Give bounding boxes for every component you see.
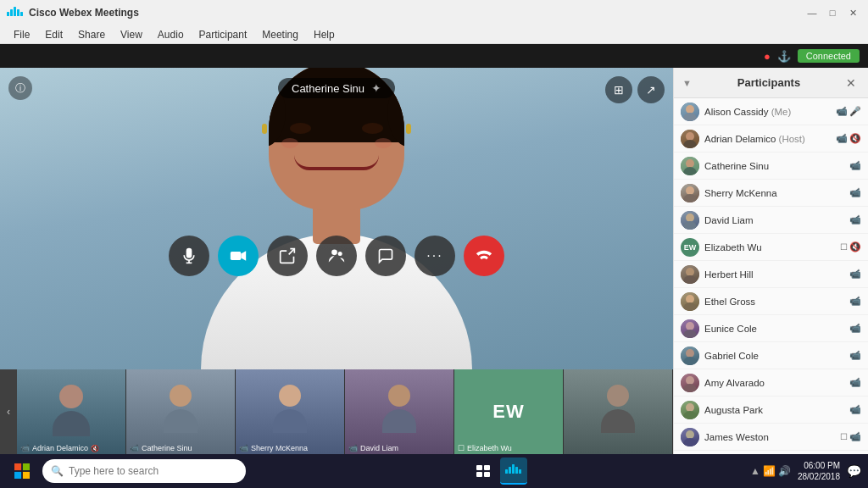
- share-screen-button[interactable]: [267, 236, 308, 276]
- participant-alison[interactable]: Alison Cassidy (Me) 📹 🎤: [674, 98, 868, 125]
- chat-icon: [377, 247, 394, 264]
- record-indicator: ●: [764, 50, 771, 63]
- earring-right: [406, 124, 411, 134]
- participant-david[interactable]: David Liam 📹: [674, 207, 868, 234]
- panel-close-button[interactable]: ✕: [843, 75, 860, 92]
- end-call-icon: [476, 250, 492, 262]
- main-area: Catherine Sinu ✦ ⓘ ⊞ ↗: [0, 68, 868, 454]
- layout-button[interactable]: ⊞: [605, 76, 632, 103]
- icons-sherry: 📹: [849, 187, 861, 198]
- thumb-cam-icon: 📹: [20, 444, 30, 452]
- star-icon[interactable]: ✦: [371, 81, 381, 95]
- svg-rect-12: [14, 463, 21, 470]
- muted-icon-elizabeth: 🔇: [849, 241, 861, 252]
- svg-rect-14: [14, 472, 21, 479]
- webex-taskbar-icon[interactable]: [500, 458, 527, 485]
- thumb-name-sherry: Sherry McKenna: [251, 444, 308, 452]
- figure-cheek-left: [281, 138, 298, 148]
- thumbnail-elizabeth[interactable]: EW ☐ Elizabeth Wu: [454, 369, 564, 454]
- participant-herbert[interactable]: Herbert Hill 📹: [674, 261, 868, 288]
- volume-icon[interactable]: 🔊: [778, 465, 791, 477]
- icons-elizabeth: ☐ 🔇: [840, 241, 861, 252]
- avatar-alison: [681, 103, 699, 121]
- participants-icon: [328, 247, 345, 264]
- svg-rect-21: [509, 467, 511, 474]
- name-catherine: Catherine Sinu: [704, 161, 844, 171]
- participant-james[interactable]: James Weston ☐ 📹: [674, 424, 868, 451]
- start-button[interactable]: [7, 456, 37, 486]
- participant-augusta[interactable]: Augusta Park 📹: [674, 396, 868, 424]
- thumb-cam2-icon: 📹: [130, 444, 139, 452]
- panel-title: Participants: [737, 76, 800, 89]
- menu-edit[interactable]: Edit: [38, 27, 70, 42]
- participant-amy[interactable]: Amy Alvarado 📹: [674, 369, 868, 396]
- thumb-name-adrian: Adrian Delamico: [32, 444, 88, 452]
- thumb-cam4-icon: 📹: [348, 444, 358, 452]
- tray-up-icon[interactable]: ▲: [750, 465, 760, 477]
- svg-rect-16: [476, 465, 482, 470]
- notification-icon[interactable]: 💬: [847, 464, 861, 478]
- connection-statusbar: ● ⚓ Connected: [0, 44, 868, 68]
- video-icon-gabriel: 📹: [849, 350, 861, 361]
- taskbar-search-box[interactable]: 🔍: [42, 459, 246, 483]
- panel-collapse-icon[interactable]: ▼: [682, 78, 692, 88]
- menu-help[interactable]: Help: [307, 27, 342, 42]
- participant-gabriel[interactable]: Gabriel Cole 📹: [674, 342, 868, 369]
- name-david: David Liam: [704, 215, 844, 225]
- name-eunice: Eunice Cole: [704, 324, 844, 334]
- menu-meeting[interactable]: Meeting: [255, 27, 305, 42]
- thumbnail-adrian[interactable]: 📹 Adrian Delamico 🔇: [17, 369, 126, 454]
- network-icon[interactable]: 📶: [763, 465, 776, 477]
- video-info-button[interactable]: ⓘ: [8, 76, 32, 100]
- mic-icon-alison: 🎤: [849, 106, 861, 117]
- app-title-text: Cisco Webex Meetings: [29, 7, 139, 19]
- menu-share[interactable]: Share: [71, 27, 112, 42]
- taskbar-app-icons: [251, 458, 745, 485]
- icons-alison: 📹 🎤: [836, 106, 861, 117]
- avatar-amy: [681, 374, 699, 392]
- end-call-button[interactable]: [464, 236, 504, 276]
- figure-eye-left: [290, 123, 311, 134]
- thumb-scroll-left[interactable]: ‹: [0, 369, 17, 454]
- mute-button[interactable]: [169, 236, 209, 276]
- video-toggle-button[interactable]: [218, 236, 259, 276]
- video-area: Catherine Sinu ✦ ⓘ ⊞ ↗: [0, 68, 673, 454]
- maximize-button[interactable]: □: [824, 4, 841, 21]
- thumbnail-david[interactable]: 📹 David Liam: [345, 369, 454, 454]
- search-input[interactable]: [69, 465, 237, 477]
- main-video-view: Catherine Sinu ✦ ⓘ ⊞ ↗: [0, 68, 673, 369]
- name-amy: Amy Alvarado: [704, 378, 844, 388]
- thumbnail-sherry[interactable]: 📹 Sherry McKenna: [236, 369, 345, 454]
- thumb-label-sherry: 📹 Sherry McKenna: [239, 444, 341, 452]
- participant-catherine[interactable]: Catherine Sinu 📹: [674, 152, 868, 180]
- avatar-eunice: [681, 319, 699, 338]
- taskview-icon: [476, 465, 490, 477]
- menu-participant[interactable]: Participant: [192, 27, 254, 42]
- svg-rect-2: [14, 7, 16, 16]
- taskview-button[interactable]: [470, 458, 497, 485]
- participant-adrian[interactable]: Adrian Delamico (Host) 📹 🔇: [674, 125, 868, 152]
- connected-status[interactable]: Connected: [798, 49, 860, 63]
- participant-eunice[interactable]: Eunice Cole 📹: [674, 315, 868, 342]
- thumbnail-extra[interactable]: [564, 369, 673, 454]
- menu-audio[interactable]: Audio: [151, 27, 191, 42]
- close-button[interactable]: ✕: [844, 4, 861, 21]
- minimize-button[interactable]: —: [804, 4, 821, 21]
- figure-cheek-right: [375, 138, 392, 148]
- more-options-button[interactable]: ···: [415, 236, 455, 276]
- menu-file[interactable]: File: [7, 27, 36, 42]
- chat-button[interactable]: [365, 236, 406, 276]
- menu-view[interactable]: View: [114, 27, 149, 42]
- participants-button[interactable]: [316, 236, 357, 276]
- panel-header: ▼ Participants ✕: [674, 68, 868, 98]
- info-icon[interactable]: ⓘ: [8, 76, 32, 100]
- svg-rect-3: [17, 9, 19, 16]
- thumb-cam3-icon: 📹: [239, 444, 248, 452]
- participant-sherry[interactable]: Sherry McKenna 📹: [674, 180, 868, 207]
- figure-eye-right: [362, 123, 383, 134]
- fullscreen-button[interactable]: ↗: [637, 76, 665, 103]
- participant-elizabeth[interactable]: EW Elizabeth Wu ☐ 🔇: [674, 234, 868, 261]
- participant-ethel[interactable]: Ethel Gross 📹: [674, 288, 868, 315]
- thumbnail-catherine[interactable]: 📹 Catherine Sinu: [126, 369, 236, 454]
- participants-list: Alison Cassidy (Me) 📹 🎤 Adrian Delamico …: [674, 98, 868, 454]
